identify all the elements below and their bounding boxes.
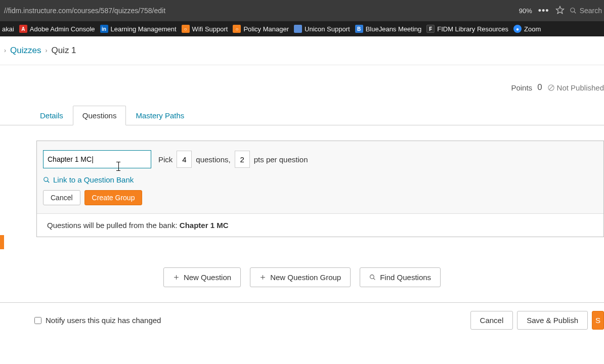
new-question-group-button[interactable]: New Question Group <box>250 267 351 287</box>
bookmark-learning[interactable]: inLearning Management <box>100 25 177 33</box>
notify-users-checkbox[interactable] <box>34 317 41 324</box>
search-icon <box>43 176 50 184</box>
linkedin-icon: in <box>100 25 108 33</box>
search-icon <box>369 274 376 281</box>
browser-address-bar: //fidm.instructure.com/courses/587/quizz… <box>0 0 604 21</box>
url-text[interactable]: //fidm.instructure.com/courses/587/quizz… <box>0 7 519 15</box>
bookmark-unicon[interactable]: Unicon Support <box>294 25 350 33</box>
find-questions-button[interactable]: Find Questions <box>360 267 441 287</box>
save-button[interactable]: S <box>592 311 604 330</box>
points-label: Points <box>511 83 532 92</box>
fidm-icon: F <box>426 25 435 33</box>
breadcrumb-current: Quiz 1 <box>51 46 76 56</box>
bookmark-star-icon[interactable] <box>555 6 565 16</box>
svg-line-6 <box>48 180 50 183</box>
plus-icon <box>173 274 180 281</box>
bookmark-fidm[interactable]: FFIDM Library Resources <box>426 25 508 33</box>
svg-line-4 <box>549 85 553 89</box>
adobe-icon: A <box>19 25 27 33</box>
pick-label: Pick <box>158 155 172 164</box>
browser-search[interactable]: Search <box>570 7 602 15</box>
bookmark-akai[interactable]: akai <box>2 25 14 33</box>
svg-point-11 <box>370 275 374 279</box>
bookmark-policy[interactable]: ○Policy Manager <box>233 25 289 33</box>
svg-line-2 <box>574 12 576 14</box>
overflow-menu-icon[interactable]: ••• <box>538 6 549 16</box>
svg-line-12 <box>373 278 375 280</box>
browser-search-placeholder: Search <box>580 7 602 15</box>
zoom-icon: ● <box>513 25 522 33</box>
tab-questions[interactable]: Questions <box>73 106 126 125</box>
new-question-button[interactable]: New Question <box>163 267 241 287</box>
create-group-button[interactable]: Create Group <box>84 190 143 205</box>
quiz-save-bar: Notify users this quiz has changed Cance… <box>0 302 604 338</box>
cancel-group-button[interactable]: Cancel <box>43 190 80 205</box>
tab-mastery-paths[interactable]: Mastery Paths <box>126 106 194 125</box>
wifi-icon: ○ <box>182 25 190 33</box>
publish-status[interactable]: Not Published <box>547 83 604 92</box>
pts-per-question-label: pts per question <box>254 155 308 164</box>
bookmarks-toolbar: akai AAdobe Admin Console inLearning Man… <box>0 21 604 36</box>
bookmark-adobe[interactable]: AAdobe Admin Console <box>19 25 95 33</box>
svg-point-1 <box>570 8 574 12</box>
question-group-editor: Pick questions, pts per question Link to… <box>36 141 604 237</box>
tab-details[interactable]: Details <box>30 106 73 125</box>
link-question-bank[interactable]: Link to a Question Bank <box>43 175 597 184</box>
cancel-quiz-button[interactable]: Cancel <box>470 311 513 330</box>
help-edge-tab[interactable] <box>0 235 4 249</box>
questions-label: questions, <box>196 155 230 164</box>
group-name-input[interactable] <box>43 150 151 168</box>
bank-name: Chapter 1 MC <box>180 221 229 230</box>
unicon-icon <box>294 25 302 33</box>
chevron-right-icon: › <box>45 47 47 54</box>
chevron-right-icon: › <box>4 47 6 54</box>
plus-icon <box>260 274 266 281</box>
bookmark-zoom[interactable]: ●Zoom <box>513 25 541 33</box>
points-value: 0 <box>537 82 542 93</box>
bookmark-wifi[interactable]: ○Wifi Support <box>182 25 228 33</box>
bank-source-info: Questions will be pulled from the bank: … <box>37 213 603 237</box>
breadcrumb: › Quizzes › Quiz 1 <box>0 36 604 65</box>
quiz-edit-tabs: Details Questions Mastery Paths <box>0 106 604 125</box>
svg-point-5 <box>44 177 48 181</box>
notify-users-checkbox-label[interactable]: Notify users this quiz has changed <box>34 316 161 325</box>
quiz-summary-row: Points 0 Not Published <box>0 65 604 97</box>
not-published-icon <box>547 84 555 92</box>
save-and-publish-button[interactable]: Save & Publish <box>517 311 588 330</box>
zoom-level[interactable]: 90% <box>519 7 532 15</box>
bluejeans-icon: B <box>355 25 363 33</box>
policy-icon: ○ <box>233 25 241 33</box>
points-per-question-input[interactable] <box>235 151 250 168</box>
bookmark-bluejeans[interactable]: BBlueJeans Meeting <box>355 25 422 33</box>
svg-marker-0 <box>556 6 564 13</box>
pick-count-input[interactable] <box>177 151 192 168</box>
question-action-buttons: New Question New Question Group Find Que… <box>0 267 604 287</box>
breadcrumb-parent-link[interactable]: Quizzes <box>10 46 41 56</box>
